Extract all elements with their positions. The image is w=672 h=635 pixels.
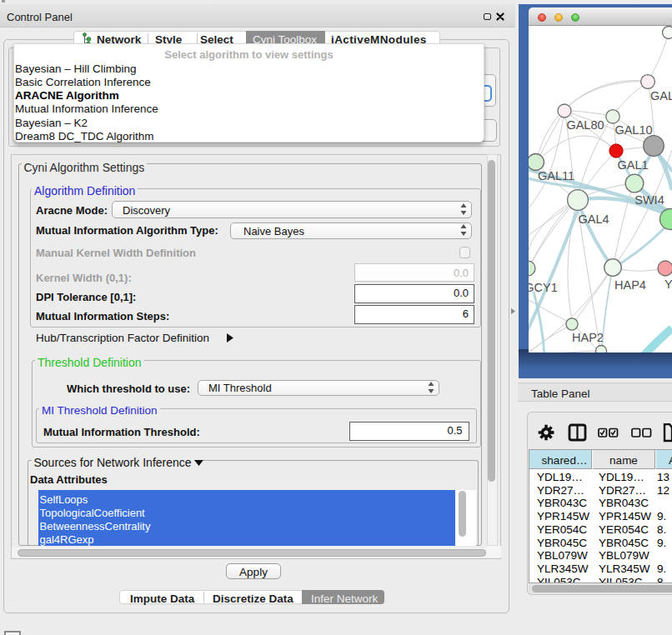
svg-text:GAL4: GAL4 xyxy=(578,212,609,226)
svg-text:GAL80: GAL80 xyxy=(566,118,604,132)
svg-text:SWI4: SWI4 xyxy=(634,193,664,207)
svg-text:GAL11: GAL11 xyxy=(538,169,574,182)
svg-text:GAL7: GAL7 xyxy=(650,89,672,102)
svg-text:HAP2: HAP2 xyxy=(572,331,604,344)
svg-text:Y: Y xyxy=(664,278,672,291)
svg-text:GAL1: GAL1 xyxy=(617,158,648,172)
svg-text:GAL10: GAL10 xyxy=(614,123,652,137)
svg-text:GCY1: GCY1 xyxy=(529,281,558,294)
svg-text:HAP4: HAP4 xyxy=(614,278,646,292)
